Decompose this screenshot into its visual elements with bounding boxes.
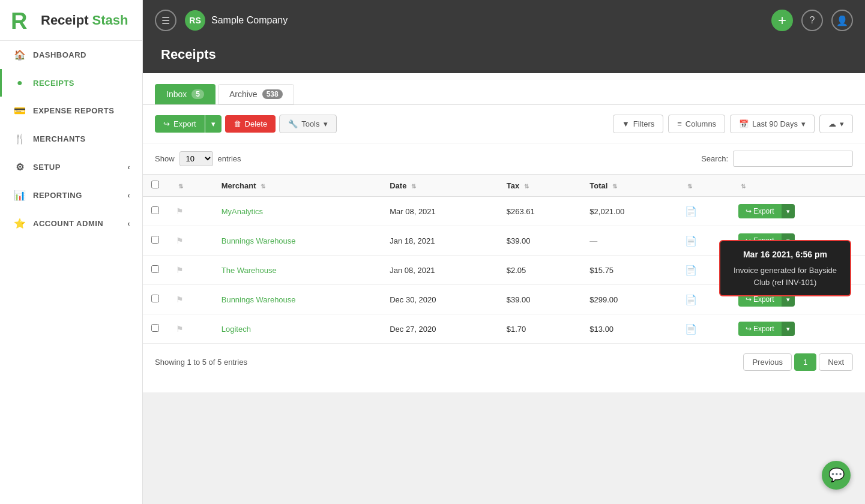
export-dropdown-button[interactable]: ▾ [205, 115, 222, 133]
export-caret-icon: ▾ [211, 119, 215, 128]
table-row: ⚑ MyAnalytics Mar 08, 2021 $263.61 $2,02… [143, 197, 865, 226]
tools-caret-icon: ▾ [324, 119, 328, 128]
tab-inbox[interactable]: Inbox 5 [155, 84, 215, 104]
help-button[interactable]: ? [801, 10, 823, 31]
sidebar-item-account-admin[interactable]: ⭐ Account Admin ‹ [0, 209, 142, 238]
chat-button[interactable]: 💬 [822, 461, 851, 490]
header-actions: ⇅ [730, 175, 865, 197]
previous-button[interactable]: Previous [743, 353, 792, 371]
setup-chevron-icon: ‹ [128, 163, 131, 172]
flag-sort-icon: ⇅ [178, 183, 183, 190]
home-icon: 🏠 [14, 49, 26, 61]
tab-archive[interactable]: Archive 538 [218, 84, 294, 104]
merchant-sort-icon: ⇅ [261, 183, 265, 190]
tools-button[interactable]: 🔧 Tools ▾ [279, 115, 336, 133]
row-date: Mar 08, 2021 [381, 197, 498, 226]
header-merchant[interactable]: Merchant ⇅ [213, 175, 381, 197]
row-export-button[interactable]: ↪ Export [738, 322, 782, 336]
row-checkbox [143, 226, 167, 256]
hamburger-icon: ☰ [161, 15, 170, 26]
row-2-checkbox[interactable] [151, 236, 159, 244]
row-tax: $263.61 [498, 197, 582, 226]
row-actions: ↪ Export ▾ [730, 314, 865, 344]
row-doc: 📄 [677, 197, 730, 226]
menu-button[interactable]: ☰ [155, 10, 176, 31]
row-merchant: The Warehouse [213, 256, 381, 285]
row-doc: 📄 [677, 314, 730, 344]
document-icon: 📄 [685, 206, 697, 217]
tooltip-title: Mar 16 2021, 6:56 pm [730, 248, 840, 261]
merchant-link[interactable]: Bunnings Warehouse [222, 295, 296, 304]
merchant-link[interactable]: Logitech [222, 325, 251, 334]
header-date[interactable]: Date ⇅ [381, 175, 498, 197]
entries-select[interactable]: 10 25 50 100 [179, 151, 213, 166]
topbar-actions: + ? 👤 [771, 10, 853, 31]
row-total: $2,021.00 [581, 197, 677, 226]
total-sort-icon: ⇅ [612, 183, 617, 190]
merchant-link[interactable]: Bunnings Warehouse [222, 236, 296, 245]
flag-icon[interactable]: ⚑ [176, 206, 184, 216]
table-controls: Show 10 25 50 100 entries Search: [143, 143, 865, 174]
sidebar-nav: 🏠 Dashboard ● Receipts 💳 Expense Reports… [0, 41, 142, 238]
columns-icon: ≡ [677, 119, 682, 128]
filters-button[interactable]: ▼ Filters [613, 115, 663, 133]
row-1-checkbox[interactable] [151, 206, 159, 214]
select-all-checkbox[interactable] [151, 181, 159, 188]
calendar-icon: 📅 [739, 119, 749, 128]
row-5-checkbox[interactable] [151, 324, 159, 332]
sidebar-item-setup[interactable]: ⚙ Setup ‹ [0, 153, 142, 181]
row-4-checkbox[interactable] [151, 295, 159, 302]
upload-button[interactable]: ☁ ▾ [819, 115, 853, 133]
header-tax[interactable]: Tax ⇅ [498, 175, 582, 197]
sidebar-item-reporting[interactable]: 📊 Reporting ‹ [0, 181, 142, 209]
sidebar-item-dashboard[interactable]: 🏠 Dashboard [0, 41, 142, 69]
date-range-button[interactable]: 📅 Last 90 Days ▾ [730, 115, 815, 133]
flag-icon[interactable]: ⚑ [176, 324, 184, 334]
sidebar-item-expense-reports[interactable]: 💳 Expense Reports [0, 97, 142, 125]
delete-button[interactable]: 🗑 Delete [225, 115, 276, 133]
row-checkbox [143, 285, 167, 314]
row-flag: ⚑ [167, 256, 213, 285]
sidebar-item-receipts[interactable]: ● Receipts [0, 69, 142, 97]
columns-button[interactable]: ≡ Columns [668, 115, 725, 133]
header-total[interactable]: Total ⇅ [581, 175, 677, 197]
row-checkbox [143, 197, 167, 226]
chat-icon: 💬 [828, 467, 845, 483]
svg-text:R: R [11, 8, 27, 34]
tax-sort-icon: ⇅ [524, 183, 529, 190]
next-button[interactable]: Next [819, 353, 853, 371]
sidebar-item-merchants[interactable]: 🍴 Merchants [0, 125, 142, 153]
user-button[interactable]: 👤 [831, 10, 853, 31]
merchant-link[interactable]: MyAnalytics [222, 207, 263, 216]
merchant-link[interactable]: The Warehouse [222, 266, 277, 275]
flag-icon[interactable]: ⚑ [176, 265, 184, 275]
app-name: Receipt Stash [41, 13, 128, 28]
flag-icon[interactable]: ⚑ [176, 295, 184, 304]
document-icon: 📄 [685, 324, 697, 334]
page-1-button[interactable]: 1 [794, 353, 816, 371]
main-area: ☰ RS Sample Company + ? 👤 Receipts [143, 0, 865, 504]
row-flag: ⚑ [167, 314, 213, 344]
doc-sort-icon: ⇅ [687, 183, 692, 190]
toolbar-right: ▼ Filters ≡ Columns 📅 Last 90 Days ▾ ☁ [613, 115, 853, 133]
showing-text: Showing 1 to 5 of 5 entries [155, 358, 247, 367]
add-button[interactable]: + [771, 10, 793, 31]
upload-caret-icon: ▾ [840, 119, 844, 128]
row-export-button[interactable]: ↪ Export [738, 204, 782, 218]
row-export-group: ↪ Export ▾ [738, 204, 857, 218]
export-icon: ↪ [163, 119, 170, 128]
row-merchant: MyAnalytics [213, 197, 381, 226]
row-3-checkbox[interactable] [151, 265, 159, 273]
document-icon-active: 📄 [685, 236, 697, 246]
actions-sort-icon: ⇅ [741, 183, 746, 190]
flag-icon[interactable]: ⚑ [176, 236, 184, 245]
row-tax: $1.70 [498, 314, 582, 344]
row-total: $13.00 [581, 314, 677, 344]
search-input[interactable] [733, 151, 853, 167]
table-header-row: ⇅ Merchant ⇅ Date ⇅ Tax [143, 175, 865, 197]
row-date: Jan 08, 2021 [381, 256, 498, 285]
account-admin-icon: ⭐ [14, 218, 26, 229]
row-export-split[interactable]: ▾ [782, 322, 795, 336]
row-export-split[interactable]: ▾ [782, 204, 795, 218]
export-button[interactable]: ↪ Export [155, 115, 205, 133]
